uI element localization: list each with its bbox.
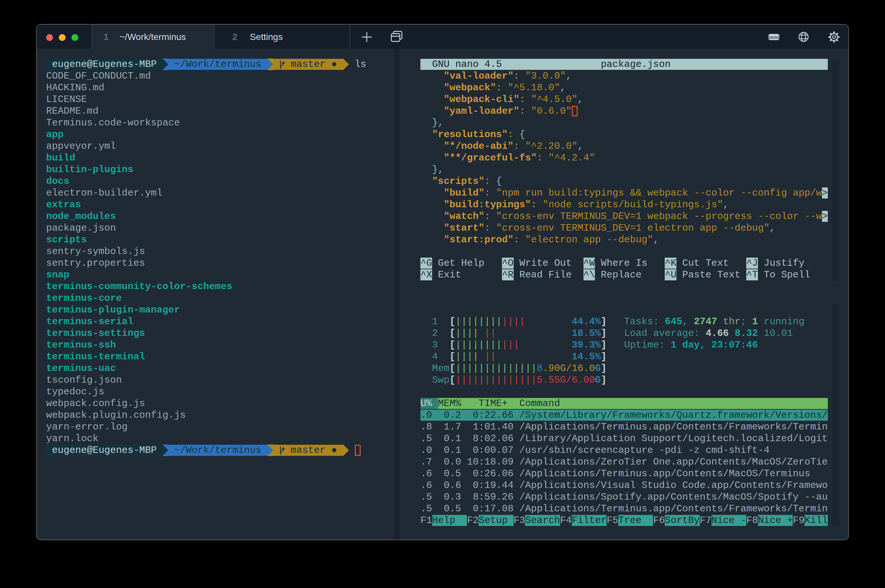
svg-text:IOIOI: IOIOI: [769, 36, 779, 40]
